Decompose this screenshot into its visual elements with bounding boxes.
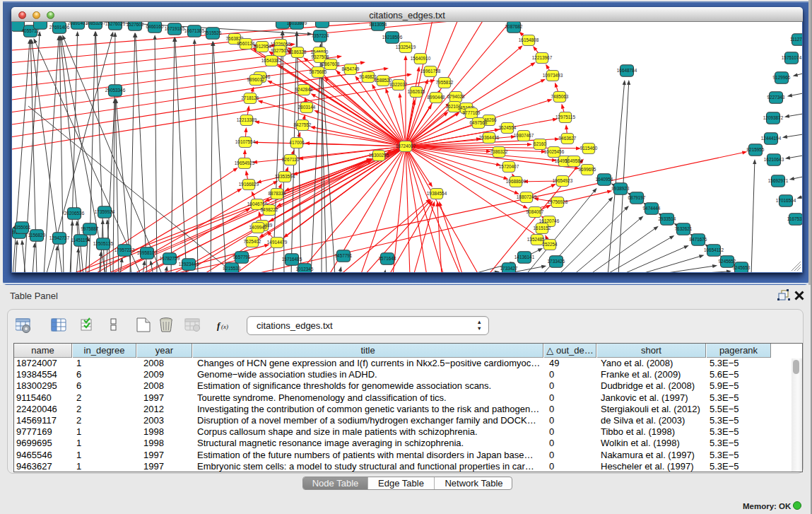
svg-text:(x): (x) [221, 323, 228, 330]
